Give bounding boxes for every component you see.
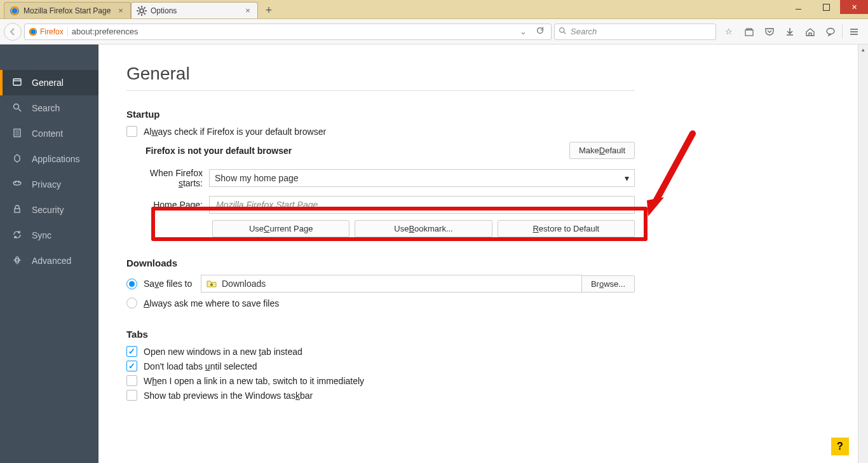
tab-strip: Mozilla Firefox Start Page × Options × + xyxy=(4,0,277,18)
search-placeholder: Search xyxy=(571,27,597,36)
nav-toolbar: Firefox about:preferences ⌄ Search ☆ xyxy=(0,19,868,45)
sidebar-item-sync[interactable]: Sync xyxy=(0,223,98,248)
lock-icon xyxy=(11,204,23,216)
home-page-input[interactable]: Mozilla Firefox Start Page xyxy=(209,196,635,214)
dont-load-label: Don't load tabs until selected xyxy=(144,361,257,371)
sidebar-item-privacy[interactable]: Privacy xyxy=(0,172,98,197)
svg-point-2 xyxy=(140,9,144,13)
close-icon[interactable]: × xyxy=(243,6,252,15)
search-icon xyxy=(559,27,567,37)
menu-icon[interactable] xyxy=(844,22,864,42)
svg-point-30 xyxy=(18,182,20,183)
sidebar-item-label: Security xyxy=(32,205,64,215)
sidebar-item-security[interactable]: Security xyxy=(0,197,98,223)
sidebar-item-content[interactable]: Content xyxy=(0,121,98,146)
firefox-icon xyxy=(29,27,37,36)
applications-icon xyxy=(11,153,23,165)
downloads-icon[interactable] xyxy=(780,22,800,42)
advanced-icon xyxy=(11,255,23,267)
reload-icon[interactable] xyxy=(533,26,547,37)
preferences-panel: General Startup Always check if Firefox … xyxy=(98,45,868,463)
close-window-button[interactable] xyxy=(840,0,868,14)
tab-options[interactable]: Options × xyxy=(131,2,258,18)
default-status: Firefox is not your default browser xyxy=(146,146,292,156)
page-title: General xyxy=(126,64,635,84)
svg-line-9 xyxy=(138,13,139,14)
vertical-scrollbar[interactable]: ▴ xyxy=(858,45,868,463)
chat-icon[interactable] xyxy=(820,22,841,42)
switch-immediately-checkbox[interactable] xyxy=(126,375,137,386)
content-icon xyxy=(11,128,23,140)
svg-rect-21 xyxy=(13,79,21,85)
svg-rect-31 xyxy=(15,209,20,212)
sidebar-item-label: Content xyxy=(32,128,63,139)
url-text: about:preferences xyxy=(72,27,513,36)
restore-default-button[interactable]: Restore to Default xyxy=(498,220,635,237)
save-to-radio[interactable] xyxy=(126,279,137,289)
browse-button[interactable]: Browse... xyxy=(581,275,635,293)
section-downloads: Downloads xyxy=(126,258,635,268)
minimize-button[interactable] xyxy=(784,0,812,14)
divider xyxy=(126,90,635,91)
bookmark-star-icon[interactable]: ☆ xyxy=(719,22,739,42)
pocket-icon[interactable] xyxy=(759,22,780,42)
new-tab-button[interactable]: + xyxy=(261,3,277,18)
home-page-placeholder: Mozilla Firefox Start Page xyxy=(216,200,318,210)
privacy-icon xyxy=(11,179,23,191)
sidebar-item-label: Applications xyxy=(32,154,80,164)
svg-line-24 xyxy=(18,109,21,111)
always-check-checkbox[interactable] xyxy=(126,126,137,137)
svg-line-8 xyxy=(144,13,146,14)
svg-line-10 xyxy=(144,7,146,8)
svg-point-29 xyxy=(15,182,17,183)
use-current-page-button[interactable]: Use Current Page xyxy=(212,220,349,237)
switch-immediately-label: When I open a link in a new tab, switch … xyxy=(144,376,364,386)
tab-label: Mozilla Firefox Start Page xyxy=(24,6,112,15)
svg-line-7 xyxy=(138,7,139,8)
preferences-sidebar: General Search Content Applications Priv… xyxy=(0,45,98,463)
general-icon xyxy=(11,77,23,89)
sidebar-item-label: Sync xyxy=(32,230,51,240)
always-check-label: Always check if Firefox is your default … xyxy=(144,127,326,137)
save-to-label: Save files to xyxy=(144,279,201,289)
url-bar[interactable]: Firefox about:preferences ⌄ xyxy=(24,24,552,40)
show-previews-checkbox[interactable] xyxy=(126,390,137,401)
sidebar-item-advanced[interactable]: Advanced xyxy=(0,248,98,273)
home-icon[interactable] xyxy=(800,22,820,42)
sidebar-item-applications[interactable]: Applications xyxy=(0,146,98,172)
save-path-value: Downloads xyxy=(222,279,266,289)
home-page-label: Home Page: xyxy=(126,200,209,210)
chevron-down-icon: ▾ xyxy=(625,173,629,183)
identity-box[interactable]: Firefox xyxy=(29,27,68,36)
tab-start-page[interactable]: Mozilla Firefox Start Page × xyxy=(4,2,131,18)
section-startup: Startup xyxy=(126,109,635,120)
sidebar-item-general[interactable]: General xyxy=(0,70,98,95)
show-previews-label: Show tab previews in the Windows taskbar xyxy=(144,390,313,401)
save-path-field[interactable]: Downloads xyxy=(201,275,582,293)
make-default-button[interactable]: Make Default xyxy=(569,142,635,159)
when-starts-label: When Firefox starts: xyxy=(126,168,209,188)
maximize-button[interactable] xyxy=(812,0,840,14)
dont-load-checkbox[interactable] xyxy=(126,361,137,371)
help-button[interactable]: ? xyxy=(831,438,849,455)
firefox-icon xyxy=(10,6,20,16)
window-controls xyxy=(784,0,868,14)
search-box[interactable]: Search xyxy=(554,24,716,40)
close-icon[interactable]: × xyxy=(116,6,125,15)
back-button[interactable] xyxy=(4,23,22,41)
search-icon xyxy=(11,102,23,114)
scroll-up-icon[interactable]: ▴ xyxy=(858,45,868,55)
svg-rect-16 xyxy=(747,29,752,30)
use-bookmark-button[interactable]: Use Bookmark... xyxy=(355,220,492,237)
always-ask-radio[interactable] xyxy=(126,298,137,308)
sidebar-item-label: General xyxy=(32,78,64,88)
library-icon[interactable] xyxy=(739,22,759,42)
sync-icon xyxy=(11,230,23,242)
svg-point-12 xyxy=(31,29,36,34)
preferences-content: General Search Content Applications Priv… xyxy=(0,45,868,463)
sidebar-item-search[interactable]: Search xyxy=(0,95,98,121)
svg-line-14 xyxy=(564,32,566,34)
when-starts-select[interactable]: Show my home page ▾ xyxy=(209,169,635,187)
dropdown-icon[interactable]: ⌄ xyxy=(517,27,529,36)
open-new-windows-checkbox[interactable] xyxy=(126,346,137,357)
